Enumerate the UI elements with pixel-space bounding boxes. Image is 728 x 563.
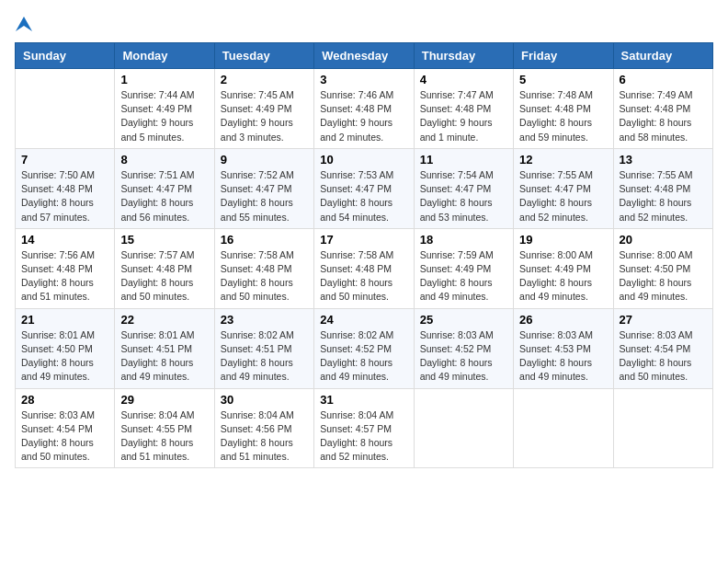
day-number: 22: [120, 313, 208, 327]
day-info: Sunrise: 7:50 AMSunset: 4:48 PMDaylight:…: [21, 168, 108, 224]
weekday-header-thursday: Thursday: [414, 43, 513, 69]
day-info: Sunrise: 7:52 AMSunset: 4:47 PMDaylight:…: [221, 168, 308, 224]
calendar-cell: 18Sunrise: 7:59 AMSunset: 4:49 PMDayligh…: [414, 228, 513, 308]
calendar-week-row: 28Sunrise: 8:03 AMSunset: 4:54 PMDayligh…: [16, 388, 713, 468]
day-number: 4: [420, 73, 507, 86]
day-info: Sunrise: 7:46 AMSunset: 4:48 PMDaylight:…: [320, 88, 407, 144]
day-number: 5: [519, 73, 607, 86]
calendar-cell: 11Sunrise: 7:54 AMSunset: 4:47 PMDayligh…: [414, 148, 513, 228]
calendar-cell: 1Sunrise: 7:44 AMSunset: 4:49 PMDaylight…: [115, 69, 214, 149]
day-number: 13: [620, 153, 707, 167]
day-number: 14: [21, 233, 108, 247]
calendar-cell: 22Sunrise: 8:01 AMSunset: 4:51 PMDayligh…: [115, 308, 214, 388]
calendar-cell: 2Sunrise: 7:45 AMSunset: 4:49 PMDaylight…: [214, 69, 313, 149]
day-number: 19: [519, 233, 607, 247]
day-info: Sunrise: 7:54 AMSunset: 4:47 PMDaylight:…: [420, 168, 507, 224]
calendar-cell: 25Sunrise: 8:03 AMSunset: 4:52 PMDayligh…: [414, 308, 513, 388]
day-info: Sunrise: 8:00 AMSunset: 4:50 PMDaylight:…: [620, 248, 707, 304]
day-number: 29: [120, 393, 208, 407]
day-info: Sunrise: 7:55 AMSunset: 4:47 PMDaylight:…: [519, 168, 607, 224]
weekday-header-sunday: Sunday: [16, 43, 115, 69]
day-number: 2: [221, 73, 308, 86]
logo-bird-icon: [16, 17, 32, 31]
calendar-cell: [414, 388, 513, 468]
weekday-header-friday: Friday: [514, 43, 613, 69]
day-info: Sunrise: 7:59 AMSunset: 4:49 PMDaylight:…: [420, 248, 507, 304]
day-number: 16: [221, 233, 308, 247]
day-info: Sunrise: 8:00 AMSunset: 4:49 PMDaylight:…: [519, 248, 607, 304]
day-info: Sunrise: 7:56 AMSunset: 4:48 PMDaylight:…: [21, 248, 108, 304]
calendar-cell: 15Sunrise: 7:57 AMSunset: 4:48 PMDayligh…: [115, 228, 214, 308]
calendar-cell: 6Sunrise: 7:49 AMSunset: 4:48 PMDaylight…: [613, 69, 712, 149]
calendar-week-row: 7Sunrise: 7:50 AMSunset: 4:48 PMDaylight…: [16, 148, 713, 228]
day-number: 11: [420, 153, 507, 167]
day-info: Sunrise: 8:04 AMSunset: 4:55 PMDaylight:…: [120, 408, 208, 465]
day-number: 20: [620, 233, 707, 247]
calendar-cell: 8Sunrise: 7:51 AMSunset: 4:47 PMDaylight…: [115, 148, 214, 228]
calendar-cell: 30Sunrise: 8:04 AMSunset: 4:56 PMDayligh…: [214, 388, 313, 468]
weekday-header-tuesday: Tuesday: [214, 43, 313, 69]
day-number: 23: [221, 313, 308, 327]
day-info: Sunrise: 7:53 AMSunset: 4:47 PMDaylight:…: [320, 168, 407, 224]
day-number: 21: [21, 313, 108, 327]
calendar-cell: 7Sunrise: 7:50 AMSunset: 4:48 PMDaylight…: [16, 148, 115, 228]
day-number: 25: [420, 313, 507, 327]
day-info: Sunrise: 7:51 AMSunset: 4:47 PMDaylight:…: [120, 168, 208, 224]
day-info: Sunrise: 7:57 AMSunset: 4:48 PMDaylight:…: [120, 248, 208, 304]
svg-marker-0: [16, 17, 32, 31]
day-info: Sunrise: 7:49 AMSunset: 4:48 PMDaylight:…: [620, 88, 707, 144]
calendar-cell: 21Sunrise: 8:01 AMSunset: 4:50 PMDayligh…: [16, 308, 115, 388]
day-number: 27: [620, 313, 707, 327]
calendar-week-row: 21Sunrise: 8:01 AMSunset: 4:50 PMDayligh…: [16, 308, 713, 388]
day-info: Sunrise: 7:44 AMSunset: 4:49 PMDaylight:…: [120, 88, 208, 144]
logo: [15, 15, 32, 31]
day-info: Sunrise: 7:47 AMSunset: 4:48 PMDaylight:…: [420, 88, 507, 144]
day-number: 31: [320, 393, 407, 407]
day-info: Sunrise: 7:48 AMSunset: 4:48 PMDaylight:…: [519, 88, 607, 144]
page-header: [15, 15, 713, 31]
day-info: Sunrise: 8:03 AMSunset: 4:54 PMDaylight:…: [21, 408, 108, 465]
calendar-cell: 16Sunrise: 7:58 AMSunset: 4:48 PMDayligh…: [214, 228, 313, 308]
calendar-cell: 3Sunrise: 7:46 AMSunset: 4:48 PMDaylight…: [314, 69, 414, 149]
day-number: 28: [21, 393, 108, 407]
calendar-cell: 13Sunrise: 7:55 AMSunset: 4:48 PMDayligh…: [613, 148, 712, 228]
day-number: 12: [519, 153, 607, 167]
day-number: 10: [320, 153, 407, 167]
calendar-cell: 12Sunrise: 7:55 AMSunset: 4:47 PMDayligh…: [514, 148, 613, 228]
day-info: Sunrise: 8:03 AMSunset: 4:53 PMDaylight:…: [519, 328, 607, 385]
calendar-table: SundayMondayTuesdayWednesdayThursdayFrid…: [15, 42, 713, 468]
calendar-cell: 14Sunrise: 7:56 AMSunset: 4:48 PMDayligh…: [16, 228, 115, 308]
calendar-cell: 27Sunrise: 8:03 AMSunset: 4:54 PMDayligh…: [613, 308, 712, 388]
day-info: Sunrise: 8:02 AMSunset: 4:51 PMDaylight:…: [221, 328, 308, 385]
day-info: Sunrise: 8:01 AMSunset: 4:50 PMDaylight:…: [21, 328, 108, 385]
calendar-cell: 10Sunrise: 7:53 AMSunset: 4:47 PMDayligh…: [314, 148, 414, 228]
calendar-cell: 29Sunrise: 8:04 AMSunset: 4:55 PMDayligh…: [115, 388, 214, 468]
day-number: 30: [221, 393, 308, 407]
day-info: Sunrise: 7:55 AMSunset: 4:48 PMDaylight:…: [620, 168, 707, 224]
day-info: Sunrise: 8:04 AMSunset: 4:56 PMDaylight:…: [221, 408, 308, 465]
day-info: Sunrise: 7:45 AMSunset: 4:49 PMDaylight:…: [221, 88, 308, 144]
logo-line1: [15, 15, 32, 31]
calendar-cell: [514, 388, 613, 468]
day-number: 3: [320, 73, 407, 86]
day-info: Sunrise: 8:03 AMSunset: 4:54 PMDaylight:…: [620, 328, 707, 385]
calendar-cell: 31Sunrise: 8:04 AMSunset: 4:57 PMDayligh…: [314, 388, 414, 468]
day-number: 8: [120, 153, 208, 167]
day-number: 15: [120, 233, 208, 247]
calendar-cell: 17Sunrise: 7:58 AMSunset: 4:48 PMDayligh…: [314, 228, 414, 308]
day-number: 17: [320, 233, 407, 247]
day-number: 26: [519, 313, 607, 327]
day-info: Sunrise: 8:03 AMSunset: 4:52 PMDaylight:…: [420, 328, 507, 385]
calendar-cell: 19Sunrise: 8:00 AMSunset: 4:49 PMDayligh…: [514, 228, 613, 308]
weekday-header-saturday: Saturday: [613, 43, 712, 69]
calendar-cell: 4Sunrise: 7:47 AMSunset: 4:48 PMDaylight…: [414, 69, 513, 149]
day-info: Sunrise: 8:01 AMSunset: 4:51 PMDaylight:…: [120, 328, 208, 385]
calendar-cell: 5Sunrise: 7:48 AMSunset: 4:48 PMDaylight…: [514, 69, 613, 149]
day-number: 6: [620, 73, 707, 86]
calendar-cell: 23Sunrise: 8:02 AMSunset: 4:51 PMDayligh…: [214, 308, 313, 388]
day-number: 9: [221, 153, 308, 167]
day-number: 7: [21, 153, 108, 167]
weekday-header-wednesday: Wednesday: [314, 43, 414, 69]
calendar-cell: 26Sunrise: 8:03 AMSunset: 4:53 PMDayligh…: [514, 308, 613, 388]
calendar-header-row: SundayMondayTuesdayWednesdayThursdayFrid…: [16, 43, 713, 69]
